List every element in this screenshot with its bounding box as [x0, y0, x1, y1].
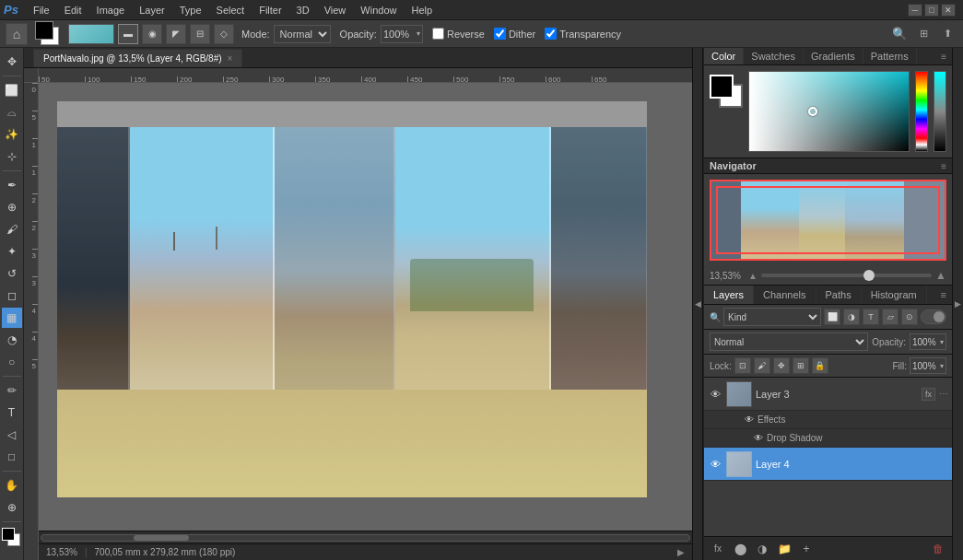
- layer-item-layer3[interactable]: 👁 Layer 3 fx ⋯: [704, 378, 952, 411]
- history-brush-tool[interactable]: ↺: [2, 263, 22, 284]
- horizontal-scrollbar[interactable]: [39, 531, 692, 543]
- mode-select[interactable]: Normal: [274, 25, 331, 43]
- lock-position-btn[interactable]: ✥: [773, 357, 790, 374]
- hue-strip[interactable]: [915, 71, 928, 152]
- diamond-gradient-button[interactable]: ◇: [214, 24, 234, 44]
- tab-gradients[interactable]: Gradients: [804, 48, 863, 64]
- quick-select-tool[interactable]: ✨: [2, 124, 22, 145]
- tab-layers[interactable]: Layers: [704, 286, 754, 304]
- layer3-menu-btn[interactable]: ⋯: [939, 389, 948, 399]
- dropshadow-eye-icon[interactable]: 👁: [754, 433, 763, 443]
- blend-mode-select[interactable]: Normal: [710, 332, 868, 351]
- canvas-viewport[interactable]: [39, 83, 692, 531]
- kind-filter-select[interactable]: Kind: [723, 308, 821, 326]
- shape-tool[interactable]: □: [2, 447, 22, 467]
- spot-heal-tool[interactable]: ⊕: [2, 197, 22, 217]
- dither-checkbox[interactable]: [494, 28, 506, 40]
- kind-type-btn[interactable]: T: [863, 309, 879, 325]
- brush-tool[interactable]: 🖌: [2, 219, 22, 239]
- eraser-tool[interactable]: ◻: [2, 286, 22, 306]
- color-display[interactable]: [68, 24, 114, 44]
- path-select-tool[interactable]: ◁: [2, 425, 22, 445]
- layer-fx-button[interactable]: fx: [710, 541, 726, 557]
- layers-list[interactable]: 👁 Layer 3 fx ⋯ 👁 Effects 👁 Drop Shad: [704, 378, 952, 536]
- tab-channels[interactable]: Channels: [754, 286, 816, 304]
- kind-pixel-btn[interactable]: ⬜: [824, 309, 840, 325]
- radial-gradient-button[interactable]: ◉: [142, 24, 162, 44]
- tab-patterns[interactable]: Patterns: [863, 48, 917, 64]
- tab-swatches[interactable]: Swatches: [744, 48, 804, 64]
- layers-opacity-input[interactable]: [910, 337, 940, 347]
- layer-item-layer4[interactable]: 👁 Layer 4: [704, 448, 952, 481]
- move-tool[interactable]: ✥: [2, 52, 22, 72]
- blur-tool[interactable]: ◔: [2, 330, 22, 350]
- navigator-preview[interactable]: [710, 180, 946, 261]
- menu-3d[interactable]: 3D: [289, 3, 317, 18]
- tab-color[interactable]: Color: [704, 48, 744, 64]
- hand-tool[interactable]: ✋: [2, 475, 22, 496]
- layer-delete-button[interactable]: 🗑: [930, 541, 946, 557]
- effects-eye-icon[interactable]: 👁: [745, 414, 754, 425]
- menu-edit[interactable]: Edit: [57, 3, 89, 18]
- search-button[interactable]: 🔍: [889, 24, 910, 44]
- status-arrow[interactable]: ▶: [677, 547, 685, 557]
- opacity-input[interactable]: [382, 25, 415, 43]
- maximize-button[interactable]: □: [924, 4, 939, 17]
- layers-fill-input[interactable]: [910, 361, 940, 371]
- close-button[interactable]: ✕: [941, 4, 956, 17]
- home-button[interactable]: ⌂: [6, 23, 28, 45]
- rectangular-marquee-tool[interactable]: ⬜: [2, 80, 22, 100]
- color-picker-gradient[interactable]: [748, 71, 910, 152]
- toolbar-color-swatches[interactable]: [2, 528, 22, 548]
- panel-icon-button[interactable]: ⊞: [913, 24, 934, 44]
- gradient-tool[interactable]: ▦: [2, 308, 22, 328]
- type-tool[interactable]: T: [2, 402, 22, 423]
- pen-tool[interactable]: ✏: [2, 380, 22, 401]
- foreground-background-swatches[interactable]: [35, 21, 61, 47]
- canvas-tab[interactable]: PortNavalo.jpg @ 13,5% (Layer 4, RGB/8#)…: [33, 49, 242, 67]
- linear-gradient-button[interactable]: ▬: [118, 24, 138, 44]
- lock-pixels-btn[interactable]: 🖌: [754, 357, 770, 374]
- zoom-tool[interactable]: ⊕: [2, 497, 22, 518]
- navigator-zoom-track[interactable]: [761, 274, 932, 277]
- navigator-zoom-thumb[interactable]: [863, 270, 875, 281]
- lock-artboard-btn[interactable]: ⊞: [793, 357, 809, 374]
- layer3-fx[interactable]: fx: [922, 388, 935, 401]
- color-panel-menu[interactable]: ≡: [935, 52, 952, 62]
- navigator-view-box[interactable]: [716, 186, 940, 254]
- transparency-checkbox-group[interactable]: Transparency: [545, 28, 621, 40]
- kind-adjustment-btn[interactable]: ◑: [843, 309, 860, 325]
- nav-zoom-large-icon[interactable]: ▲: [935, 269, 946, 282]
- kind-shape-btn[interactable]: ▱: [882, 309, 898, 325]
- lasso-tool[interactable]: ⌓: [2, 102, 22, 122]
- foreground-swatch[interactable]: [35, 21, 53, 40]
- menu-image[interactable]: Image: [89, 3, 133, 18]
- color-picker-circle[interactable]: [808, 107, 817, 116]
- reverse-checkbox-group[interactable]: Reverse: [432, 28, 485, 40]
- dither-checkbox-group[interactable]: Dither: [494, 28, 535, 40]
- fill-dropdown-arrow[interactable]: ▾: [940, 362, 945, 370]
- tab-paths[interactable]: Paths: [816, 286, 862, 304]
- minimize-button[interactable]: ─: [908, 4, 922, 17]
- eyedropper-tool[interactable]: ✒: [2, 175, 22, 195]
- layer3-visibility[interactable]: 👁: [708, 387, 722, 402]
- dodge-tool[interactable]: ○: [2, 352, 22, 372]
- layers-panel-menu[interactable]: ≡: [935, 286, 952, 304]
- opacity-arrow[interactable]: ▾: [415, 29, 422, 38]
- layer4-visibility[interactable]: 👁: [708, 457, 722, 472]
- navigator-panel-menu[interactable]: ≡: [941, 161, 946, 171]
- tab-histogram[interactable]: Histogram: [862, 286, 927, 304]
- collapse-arrow-left[interactable]: ◀: [695, 299, 701, 309]
- menu-help[interactable]: Help: [404, 3, 440, 18]
- menu-select[interactable]: Select: [209, 3, 252, 18]
- layer-new-button[interactable]: +: [798, 541, 815, 557]
- canvas-tab-close[interactable]: ×: [228, 53, 233, 64]
- panel-collapse-left[interactable]: ◀: [692, 48, 703, 560]
- fg-color-swatch[interactable]: [710, 75, 734, 99]
- panel-collapse-right[interactable]: ▶: [952, 48, 963, 560]
- crop-tool[interactable]: ⊹: [2, 146, 22, 167]
- menu-view[interactable]: View: [317, 3, 354, 18]
- layer-group-button[interactable]: 📁: [776, 541, 793, 557]
- reverse-checkbox[interactable]: [432, 28, 444, 40]
- lock-all-btn[interactable]: 🔒: [812, 357, 828, 374]
